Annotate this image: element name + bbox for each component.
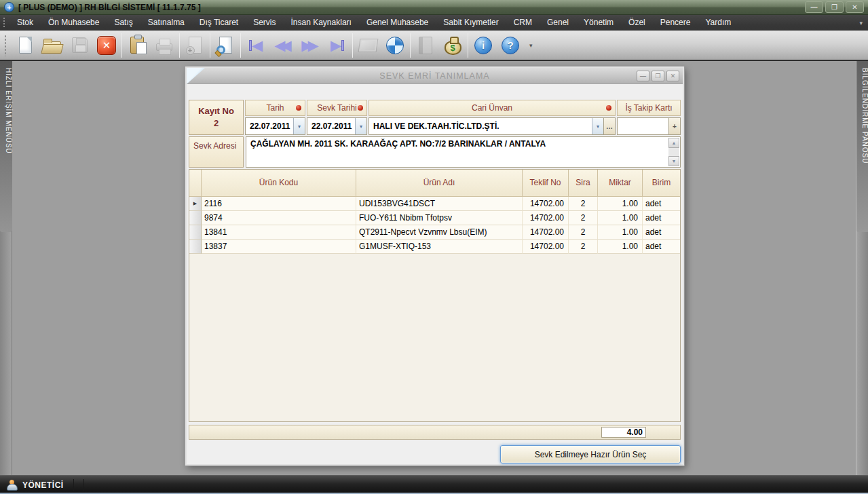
cell-urun-adi[interactable]: QT2911-Npecvt Vzvnmv Lbsu(EIM) — [356, 225, 523, 240]
cell-urun-kodu[interactable]: 13837 — [202, 240, 356, 254]
tarih-dropdown-icon[interactable]: ▾ — [293, 118, 305, 134]
print-button[interactable] — [151, 32, 178, 59]
is-takip-karti-header: İş Takip Kartı — [617, 100, 681, 116]
menu-overflow-icon[interactable]: ▾ — [859, 20, 863, 26]
previous-record-button[interactable]: ◀◀ — [269, 32, 297, 59]
help-button[interactable]: ? — [497, 32, 524, 59]
sphere-button[interactable] — [381, 32, 409, 59]
menu-item-stok[interactable]: Stok — [10, 15, 41, 31]
menu-item-on-muhasebe[interactable]: Ön Muhasebe — [41, 15, 107, 31]
cell-sira[interactable]: 2 — [569, 197, 598, 211]
cell-miktar[interactable]: 1.00 — [598, 240, 643, 254]
cell-urun-adi[interactable]: UDI153BVG41DSCT — [356, 197, 523, 211]
chart-image-button[interactable] — [354, 32, 381, 59]
last-record-button[interactable]: ▶ — [324, 32, 351, 59]
sevk-adresi-field[interactable]: ÇAĞLAYAN MH. 2011 SK. KARAAĞAÇ APT. NO:7… — [246, 136, 681, 168]
dialog-minimize-icon[interactable]: — — [637, 71, 649, 81]
cell-teklif-no[interactable]: 14702.00 — [523, 211, 569, 225]
cell-urun-kodu[interactable]: 13841 — [202, 225, 356, 240]
info-board-panel-tab[interactable]: BİLGİLENDİRME PANOSU — [856, 61, 868, 232]
close-icon[interactable]: ✕ — [846, 1, 864, 13]
cell-birim[interactable]: adet — [643, 225, 680, 240]
select-ready-products-button[interactable]: Sevk Edilmeye Hazır Ürün Seç — [500, 445, 681, 463]
info-button[interactable]: i — [470, 32, 497, 59]
first-record-button[interactable]: ◀ — [242, 32, 269, 59]
menu-item-dis-ticaret[interactable]: Dış Ticaret — [192, 15, 246, 31]
chart-image-icon — [358, 39, 378, 52]
minimize-icon[interactable]: — — [805, 1, 823, 13]
menu-item-yardim[interactable]: Yardım — [698, 15, 738, 31]
cari-unvan-browse-button[interactable]: … — [603, 118, 615, 134]
sevk-tarihi-dropdown-icon[interactable]: ▾ — [355, 118, 366, 134]
table-row[interactable]: 13841 QT2911-Npecvt Vzvnmv Lbsu(EIM) 147… — [189, 225, 680, 240]
menu-item-genel[interactable]: Genel — [540, 15, 576, 31]
table-row[interactable]: ▶ 2116 UDI153BVG41DSCT 14702.00 2 1.00 a… — [189, 197, 680, 211]
last-record-icon: ▶ — [331, 37, 344, 54]
cell-urun-adi[interactable]: FUO-Y611 Nbibm Tfotpsv — [356, 211, 523, 225]
toolbar-overflow-icon[interactable]: ▾ — [529, 42, 533, 49]
menu-grip-handle[interactable] — [3, 17, 6, 28]
cell-urun-kodu[interactable]: 9874 — [202, 211, 356, 225]
cell-miktar[interactable]: 1.00 — [598, 225, 643, 240]
cell-sira[interactable]: 2 — [569, 225, 598, 240]
next-record-button[interactable]: ▶▶ — [297, 32, 324, 59]
row-selector[interactable]: ▶ — [189, 197, 202, 211]
menu-item-genel-muhasebe[interactable]: Genel Muhasebe — [359, 15, 436, 31]
toolbar-grip-handle[interactable] — [4, 35, 7, 56]
row-selector[interactable] — [189, 240, 202, 254]
add-record-button[interactable]: + — [181, 32, 208, 59]
dialog-close-icon[interactable]: ✕ — [666, 71, 679, 81]
cell-teklif-no[interactable]: 14702.00 — [523, 240, 569, 254]
table-row[interactable]: 9874 FUO-Y611 Nbibm Tfotpsv 14702.00 2 1… — [189, 211, 680, 225]
record-no-label: Kayıt No — [198, 105, 234, 117]
menu-item-yonetim[interactable]: Yönetim — [576, 15, 621, 31]
save-icon — [72, 37, 88, 53]
window-titlebar[interactable]: + [ PLUS (DEMO) ] RH BİLGİ SİSTEMİ [ 11.… — [0, 0, 868, 15]
cell-urun-adi[interactable]: G1MUSF-XTIQ-153 — [356, 240, 523, 254]
table-row[interactable]: 13837 G1MUSF-XTIQ-153 14702.00 2 1.00 ad… — [189, 240, 680, 254]
menu-item-servis[interactable]: Servis — [246, 15, 283, 31]
dialog-titlebar[interactable]: SEVK EMRİ TANIMLAMA — ❐ ✕ — [187, 68, 683, 84]
dialog-controls: — ❐ ✕ — [635, 71, 679, 81]
required-dot-icon — [606, 105, 611, 111]
right-rail: BİLGİLENDİRME PANOSU — [856, 61, 868, 475]
cell-birim[interactable]: adet — [643, 211, 680, 225]
open-folder-button[interactable] — [39, 32, 66, 59]
menu-item-pencere[interactable]: Pencere — [653, 15, 698, 31]
restore-icon[interactable]: ❐ — [825, 1, 844, 13]
dialog-restore-icon[interactable]: ❐ — [652, 71, 664, 81]
cell-miktar[interactable]: 1.00 — [598, 211, 643, 225]
menu-item-ozel[interactable]: Özel — [621, 15, 653, 31]
menu-item-sabit-kiymetler[interactable]: Sabit Kıymetler — [436, 15, 506, 31]
row-selector[interactable] — [189, 225, 202, 240]
cari-unvan-dropdown-icon[interactable]: ▾ — [592, 118, 603, 134]
money-bag-button[interactable]: $ — [439, 32, 466, 59]
save-button[interactable] — [66, 32, 93, 59]
preview-search-button[interactable] — [212, 32, 239, 59]
cari-unvan-field[interactable]: HALI VE DEK.TAAH.TİC.LTD.ŞTİ. ▾ … — [369, 117, 616, 135]
cell-sira[interactable]: 2 — [569, 240, 598, 254]
cell-birim[interactable]: adet — [643, 240, 680, 254]
menu-item-satis[interactable]: Satış — [107, 15, 140, 31]
cell-urun-kodu[interactable]: 2116 — [202, 197, 356, 211]
menu-item-satinalma[interactable]: Satınalma — [140, 15, 192, 31]
row-selector[interactable] — [189, 211, 202, 225]
cell-birim[interactable]: adet — [643, 197, 680, 211]
sevk-tarihi-field[interactable]: 22.07.2011 ▾ — [307, 117, 367, 135]
menu-item-crm[interactable]: CRM — [506, 15, 540, 31]
cell-teklif-no[interactable]: 14702.00 — [523, 225, 569, 240]
binder-button[interactable] — [412, 32, 439, 59]
menu-item-insan-kaynaklari[interactable]: İnsan Kaynakları — [284, 15, 359, 31]
cell-miktar[interactable]: 1.00 — [598, 197, 643, 211]
tarih-field[interactable]: 22.07.2011 ▾ — [245, 117, 305, 135]
scroll-down-icon[interactable]: ▼ — [668, 156, 679, 166]
close-record-button[interactable]: ✕ — [93, 32, 120, 59]
scroll-up-icon[interactable]: ▲ — [668, 138, 679, 148]
cell-sira[interactable]: 2 — [569, 211, 598, 225]
new-document-button[interactable] — [12, 32, 39, 59]
is-takip-karti-add-button[interactable]: + — [668, 118, 680, 134]
paste-button[interactable] — [124, 32, 151, 59]
cell-teklif-no[interactable]: 14702.00 — [523, 197, 569, 211]
quick-access-panel-tab[interactable]: HIZLI ERİŞİM MENÜSÜ — [0, 61, 12, 232]
is-takip-karti-field[interactable]: + — [617, 117, 681, 135]
